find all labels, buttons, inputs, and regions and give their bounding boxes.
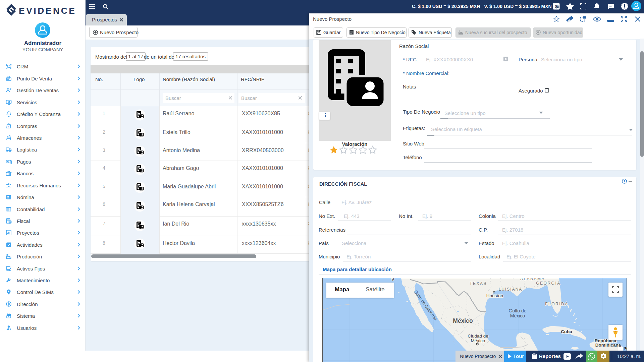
svg-text:Golfo de: Golfo de (509, 308, 527, 313)
svg-text:FLORIDA: FLORIDA (545, 302, 569, 306)
svg-text:LUISIANA: LUISIANA (499, 287, 523, 292)
svg-text:g: g (391, 278, 394, 281)
svg-text:EVIDENCE: EVIDENCE (19, 6, 76, 16)
svg-text:Houston: Houston (486, 293, 503, 298)
svg-text:México: México (510, 313, 525, 318)
svg-text:México: México (471, 338, 485, 343)
svg-text:TEXAS: TEXAS (470, 281, 487, 286)
svg-text:?: ? (624, 179, 626, 183)
svg-text:$: $ (8, 125, 9, 128)
svg-text:Cuba: Cuba (561, 329, 572, 334)
svg-text:Pu: Pu (624, 346, 627, 351)
svg-text:México: México (453, 317, 473, 324)
svg-text:GEORGIA: GEORGIA (536, 281, 561, 286)
svg-text:Dominicana: Dominicana (595, 343, 621, 348)
svg-text:Ciudad de: Ciudad de (468, 334, 488, 339)
